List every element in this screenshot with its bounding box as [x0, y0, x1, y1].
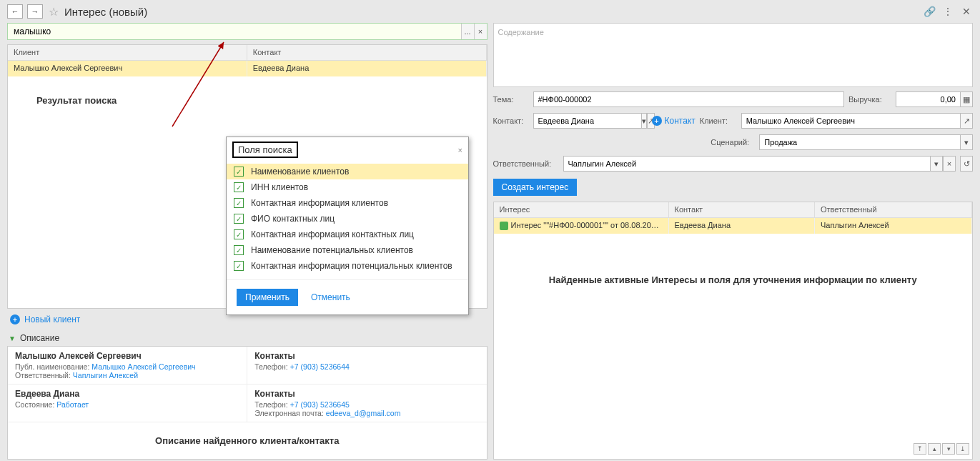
- right-column: Содержание Тема: Выручка: ▦ Контакт: ▾ ↗…: [493, 23, 974, 460]
- anno-result-label: Результат поиска: [36, 95, 117, 106]
- desc-client-name: Малышко Алексей Сергеевич: [15, 351, 239, 361]
- anno-desc-label: Описание найденного клиента/контакта: [8, 422, 487, 459]
- popup-item[interactable]: ✓Наименование клиентов: [227, 164, 468, 179]
- interests-table: Интерес Контакт Ответственный Интерес ""…: [493, 202, 974, 460]
- search-input[interactable]: [8, 24, 461, 39]
- nav-back-button[interactable]: ←: [7, 4, 23, 19]
- popup-item[interactable]: ✓ФИО контактных лиц: [227, 211, 468, 227]
- topic-input[interactable]: [533, 91, 845, 107]
- description-box: Малышко Алексей Сергеевич Публ. наименов…: [7, 346, 487, 460]
- responsible-link[interactable]: Чаплыгин Алексей: [73, 371, 138, 380]
- popup-item[interactable]: ✓Контактная информация клиентов: [227, 195, 468, 211]
- checkbox-icon[interactable]: ✓: [234, 182, 244, 192]
- client-open-button[interactable]: ↗: [960, 113, 973, 129]
- contact-input[interactable]: [533, 113, 641, 129]
- popup-item[interactable]: ✓ИНН клиентов: [227, 179, 468, 195]
- document-icon: [500, 222, 508, 230]
- anno-right-label: Найденные активные Интересы и поля для у…: [494, 274, 973, 287]
- int-col-responsible[interactable]: Ответственный: [815, 202, 972, 217]
- search-results-panel: Клиент Контакт Малышко Алексей Сергеевич…: [7, 44, 487, 309]
- nav-last-button[interactable]: ⤓: [956, 443, 969, 455]
- result-client-cell: Малышко Алексей Сергеевич: [8, 61, 247, 76]
- checkbox-icon[interactable]: ✓: [234, 167, 244, 177]
- phone-link[interactable]: +7 (903) 5236644: [290, 362, 350, 371]
- popup-item[interactable]: ✓Наименование потенциальных клиентов: [227, 242, 468, 258]
- star-icon[interactable]: ☆: [47, 5, 60, 18]
- phone-link[interactable]: +7 (903) 5236645: [290, 400, 350, 409]
- pub-name-link[interactable]: Малышко Алексей Сергеевич: [91, 362, 195, 371]
- popup-item[interactable]: ✓Контактная информация контактных лиц: [227, 227, 468, 242]
- left-column: ... × Клиент Контакт Малышко Алексей Сер…: [7, 23, 487, 460]
- nav-forward-button[interactable]: →: [27, 4, 43, 19]
- checkbox-icon[interactable]: ✓: [234, 245, 244, 255]
- int-col-interest[interactable]: Интерес: [494, 202, 669, 217]
- int-col-contact[interactable]: Контакт: [669, 202, 816, 217]
- search-result-row[interactable]: Малышко Алексей Сергеевич Евдеева Диана: [8, 61, 487, 76]
- responsible-input[interactable]: [563, 156, 931, 172]
- apply-button[interactable]: Применить: [237, 289, 298, 306]
- nav-down-button[interactable]: ▾: [942, 443, 955, 455]
- close-icon[interactable]: ✕: [960, 5, 973, 18]
- more-icon[interactable]: ⋮: [941, 5, 954, 18]
- cancel-button[interactable]: Отменить: [311, 292, 350, 302]
- popup-close-button[interactable]: ×: [458, 146, 462, 154]
- link-icon[interactable]: 🔗: [923, 5, 936, 18]
- client-input[interactable]: [741, 113, 960, 129]
- contact-dropdown-button[interactable]: ▾: [641, 113, 647, 129]
- plus-icon: +: [652, 116, 662, 126]
- col-contact-header[interactable]: Контакт: [247, 45, 487, 60]
- revenue-calc-button[interactable]: ▦: [960, 91, 973, 107]
- checkbox-icon[interactable]: ✓: [234, 229, 244, 239]
- resp-dropdown-button[interactable]: ▾: [930, 156, 943, 172]
- create-interest-button[interactable]: Создать интерес: [493, 179, 578, 196]
- popup-option-list: ✓Наименование клиентов ✓ИНН клиентов ✓Ко…: [227, 162, 468, 275]
- search-bar: ... ×: [7, 23, 487, 40]
- checkbox-icon[interactable]: ✓: [234, 198, 244, 208]
- search-clear-button[interactable]: ×: [474, 24, 487, 39]
- state-link[interactable]: Работает: [56, 400, 89, 409]
- nav-first-button[interactable]: ⤒: [914, 443, 926, 455]
- desc-contact-name: Евдеева Диана: [15, 389, 239, 399]
- scenario-dropdown-button[interactable]: ▾: [960, 134, 973, 150]
- scenario-input[interactable]: [759, 134, 960, 150]
- revenue-input[interactable]: [896, 91, 960, 107]
- contacts-header: Контакты: [254, 351, 479, 361]
- search-fields-popup: Поля поиска × ✓Наименование клиентов ✓ИН…: [226, 137, 469, 315]
- nav-up-button[interactable]: ▴: [928, 443, 941, 455]
- page-title: Интерес (новый): [64, 6, 147, 18]
- description-section-toggle[interactable]: ▼ Описание: [7, 330, 487, 346]
- resp-history-button[interactable]: ↺: [960, 156, 973, 172]
- titlebar: ← → ☆ Интерес (новый) 🔗 ⋮ ✕: [0, 0, 980, 23]
- resp-clear-button[interactable]: ×: [943, 156, 956, 172]
- interest-row[interactable]: Интерес ""#НФ00-000001"" от 08.08.2019, …: [494, 218, 973, 234]
- checkbox-icon[interactable]: ✓: [234, 261, 244, 271]
- content-textarea[interactable]: Содержание: [493, 23, 974, 87]
- search-more-button[interactable]: ...: [461, 24, 474, 39]
- chevron-down-icon: ▼: [9, 334, 16, 342]
- checkbox-icon[interactable]: ✓: [234, 214, 244, 224]
- email-link[interactable]: edeeva_d@gmail.com: [326, 409, 401, 417]
- popup-item[interactable]: ✓Контактная информация потенциальных кли…: [227, 258, 468, 274]
- col-client-header[interactable]: Клиент: [8, 45, 247, 60]
- popup-title: Поля поиска: [232, 142, 298, 158]
- contact-chip[interactable]: +Контакт: [652, 116, 696, 126]
- plus-icon: +: [10, 314, 20, 324]
- result-contact-cell: Евдеева Диана: [247, 61, 487, 76]
